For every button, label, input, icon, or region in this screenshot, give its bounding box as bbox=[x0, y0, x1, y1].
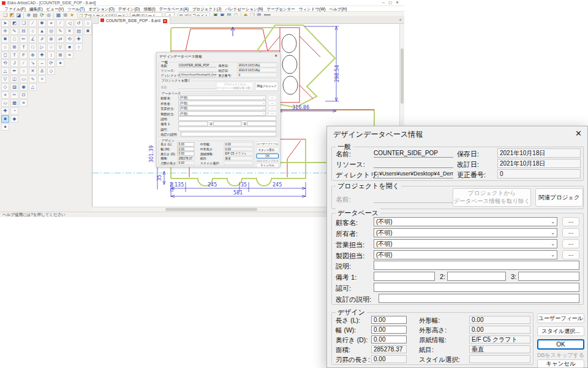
note2-field[interactable] bbox=[447, 272, 506, 281]
palette-tool-icon[interactable]: □ bbox=[29, 44, 37, 51]
palette-tool-icon[interactable]: ◩ bbox=[10, 20, 18, 27]
palette-tool-icon[interactable]: ▭ bbox=[20, 75, 28, 83]
minimize-button[interactable]: ─ bbox=[382, 1, 388, 4]
note1-field[interactable] bbox=[179, 121, 208, 126]
palette-tool-icon[interactable]: ❑ bbox=[20, 20, 28, 27]
palette-tool-icon[interactable]: ▷ bbox=[38, 44, 46, 51]
palette-tool-icon[interactable]: ↘ bbox=[29, 59, 37, 67]
palette-tool-icon[interactable]: F bbox=[20, 52, 28, 59]
style-select-button[interactable]: スタイル選択... bbox=[256, 147, 279, 152]
palette-tool-icon[interactable]: △ bbox=[1, 67, 9, 75]
db-combo-1[interactable]: (不明)⌄ bbox=[374, 228, 557, 237]
menu-item-11[interactable]: ウィンドウ(W) bbox=[297, 6, 328, 12]
palette-tool-icon[interactable]: ▭ bbox=[1, 99, 9, 107]
palette-tool-icon[interactable]: T bbox=[10, 52, 18, 59]
db-browse-button-2[interactable]: ... bbox=[562, 239, 579, 248]
palette-tool-icon[interactable]: ✖ bbox=[1, 36, 9, 43]
design-left-field-1[interactable]: 0.00 bbox=[178, 147, 195, 151]
zoom-icon[interactable]: ◎ bbox=[45, 12, 52, 19]
palette-tool-icon[interactable]: ◫ bbox=[10, 75, 18, 83]
palette-tool-icon[interactable]: ○ bbox=[20, 67, 28, 75]
db-combo-2[interactable]: (不明)⌄ bbox=[374, 239, 557, 248]
palette-tool-icon[interactable]: ● bbox=[56, 59, 64, 67]
palette-tool-icon[interactable]: ◇ bbox=[47, 67, 55, 75]
palette-tool-icon[interactable]: ◔ bbox=[10, 107, 18, 115]
palette-tool-icon[interactable]: ✱ bbox=[38, 20, 46, 27]
palette-tool-icon[interactable]: ⊗ bbox=[47, 36, 55, 43]
palette-tool-icon[interactable]: ✎ bbox=[10, 28, 18, 35]
note3-field[interactable] bbox=[247, 121, 277, 126]
palette-tool-icon[interactable]: ⌖ bbox=[1, 91, 9, 99]
cancel-button[interactable]: キャンセル bbox=[256, 163, 279, 167]
menu-item-12[interactable]: ヘルプ(H) bbox=[328, 6, 349, 12]
info-icon[interactable]: ⊕ bbox=[25, 12, 32, 19]
palette-tool-icon[interactable]: ☆ bbox=[47, 44, 55, 51]
palette-tool-icon[interactable]: ✚ bbox=[75, 36, 83, 43]
palette-tool-icon[interactable]: ⟲ bbox=[1, 59, 9, 67]
palette-tool-icon[interactable]: ⟳ bbox=[47, 59, 55, 67]
palette-tool-icon[interactable]: ✚ bbox=[1, 107, 9, 115]
user-fields-button[interactable]: ユーザーフィールド bbox=[537, 313, 584, 323]
palette-tool-icon[interactable]: ⊟ bbox=[20, 28, 28, 35]
menu-item-8[interactable]: プロジェクト(J) bbox=[190, 6, 224, 12]
palette-tool-icon[interactable]: ⌂ bbox=[1, 44, 9, 51]
star-icon[interactable]: ★ bbox=[69, 12, 75, 19]
palette-tool-icon[interactable]: ✕ bbox=[66, 28, 74, 35]
palette-tool-icon[interactable]: ▨ bbox=[10, 83, 18, 91]
ok-button[interactable]: OK bbox=[537, 339, 584, 350]
palette-tool-icon[interactable]: ⊡ bbox=[20, 91, 28, 99]
palette-tool-icon[interactable]: ✏ bbox=[20, 36, 28, 43]
revision-description-field[interactable] bbox=[379, 294, 579, 303]
palette-tool-icon[interactable]: ■ bbox=[66, 44, 74, 51]
palette-tool-icon[interactable]: T bbox=[20, 44, 28, 51]
save-icon[interactable]: ◪ bbox=[15, 12, 22, 19]
palette-tool-icon[interactable]: ▲ bbox=[38, 28, 46, 35]
menu-item-0[interactable]: ファイル(F) bbox=[2, 6, 28, 12]
name-field[interactable]: COUNTER_SIDE_POP bbox=[179, 63, 217, 67]
design-left-field-2[interactable]: 0.00 bbox=[371, 335, 407, 343]
palette-tool-icon[interactable]: ○ bbox=[29, 28, 37, 35]
db-browse-button-3[interactable]: ... bbox=[268, 111, 276, 115]
palette-tool-icon[interactable]: □ bbox=[10, 36, 18, 43]
palette-tool-icon[interactable]: ◎ bbox=[47, 28, 55, 35]
cancel-button[interactable]: キャンセル bbox=[537, 359, 584, 368]
menu-item-1[interactable]: 編集(E) bbox=[28, 6, 45, 12]
refresh-icon[interactable]: ⟳ bbox=[39, 12, 45, 19]
palette-tool-icon[interactable]: ◇ bbox=[1, 83, 9, 91]
palette-tool-icon[interactable]: ∿ bbox=[29, 75, 37, 83]
palette-tool-icon[interactable]: ↔ bbox=[38, 59, 46, 67]
db-browse-button-1[interactable]: ... bbox=[562, 228, 579, 237]
palette-tool-icon[interactable]: ⊞ bbox=[56, 52, 64, 59]
note3-field[interactable] bbox=[518, 272, 579, 281]
palette-tool-icon[interactable]: ↺ bbox=[75, 20, 83, 27]
palette-tool-icon[interactable]: ⊞ bbox=[10, 44, 18, 51]
description-field[interactable] bbox=[374, 261, 579, 270]
palette-tool-icon[interactable]: ∠ bbox=[29, 36, 37, 43]
palette-tool-icon[interactable]: ⇄ bbox=[56, 36, 64, 43]
menu-item-9[interactable]: パレチゼーション(N) bbox=[223, 6, 265, 12]
tab-close-icon[interactable]: ✕ bbox=[163, 19, 167, 23]
new-tab-button[interactable]: + bbox=[399, 17, 402, 23]
palette-tool-icon[interactable]: ✂ bbox=[10, 91, 18, 99]
palette-tool-icon[interactable]: ▽ bbox=[56, 44, 64, 51]
open-file-icon[interactable]: ❏ bbox=[2, 12, 9, 19]
palette-tool-icon[interactable]: ✕ bbox=[29, 67, 37, 75]
table-icon[interactable]: ⊞ bbox=[62, 12, 69, 19]
menu-item-10[interactable]: ケープセンター bbox=[265, 6, 297, 12]
open-design-icon[interactable]: ◩ bbox=[9, 12, 15, 19]
note2-field[interactable] bbox=[214, 121, 242, 126]
print-icon[interactable]: ▤ bbox=[32, 12, 39, 19]
palette-tool-icon[interactable]: ● bbox=[1, 123, 9, 131]
ok-button[interactable]: OK bbox=[256, 153, 279, 158]
palette-tool-icon[interactable]: ▤ bbox=[75, 28, 83, 35]
db-browse-button-0[interactable]: ... bbox=[268, 96, 276, 100]
palette-tool-icon[interactable]: ∆ bbox=[38, 67, 46, 75]
name-field[interactable]: COUNTER_SIDE_POP bbox=[374, 148, 453, 158]
user-fields-button[interactable]: ユーザーフィールド bbox=[256, 141, 279, 146]
palette-tool-icon[interactable]: ≡ bbox=[20, 99, 28, 107]
palette-tool-icon[interactable]: ➤ bbox=[1, 20, 9, 27]
menu-item-6[interactable]: 情報(I) bbox=[141, 6, 157, 12]
dialog-close-icon[interactable]: ✕ bbox=[575, 129, 582, 138]
palette-tool-icon[interactable]: ⟲ bbox=[66, 36, 74, 43]
document-tab[interactable]: COUNTER_SIDE_POP - 8.ard✕ bbox=[98, 17, 170, 24]
